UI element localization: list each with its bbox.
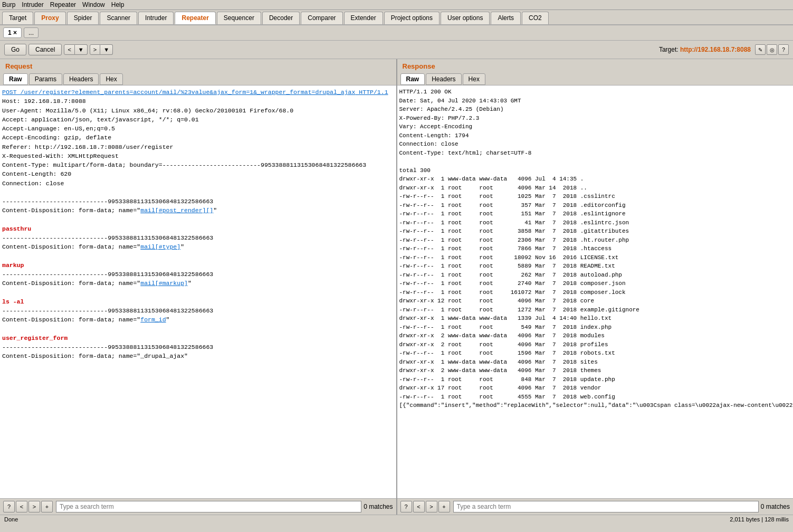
tab-extender[interactable]: Extender: [344, 12, 383, 24]
request-search-bar: ? < > + 0 matches: [0, 498, 396, 515]
tab-decoder[interactable]: Decoder: [262, 12, 300, 24]
nav-forward-down-button[interactable]: ▼: [100, 44, 113, 55]
request-search-next[interactable]: >: [28, 501, 40, 512]
main-tabbar: Target Proxy Spider Scanner Intruder Rep…: [0, 10, 793, 25]
request-search-input[interactable]: [56, 501, 361, 512]
tab-alerts[interactable]: Alerts: [491, 12, 521, 24]
menu-burp[interactable]: Burp: [2, 1, 15, 8]
request-passthru: passthru: [2, 225, 31, 232]
status-text: Done: [4, 516, 18, 522]
response-panel-tabs: Raw Headers Hex: [397, 72, 794, 86]
response-search-input[interactable]: [453, 501, 759, 512]
request-mail-markup: mail[#markup]: [140, 280, 188, 287]
toolbar-icons: ✎ ◎ ?: [754, 44, 789, 55]
tab-project-options[interactable]: Project options: [384, 12, 440, 24]
request-line-1: POST /user/register?element_parents=acco…: [2, 89, 388, 96]
request-panel-title: Request: [0, 59, 396, 72]
request-mail-type: mail[#type]: [140, 243, 180, 250]
response-search-matches: 0 matches: [761, 503, 790, 510]
request-search-plus[interactable]: +: [41, 501, 53, 512]
tab-target[interactable]: Target: [2, 12, 33, 24]
subtab-1[interactable]: 1 ×: [3, 27, 22, 38]
subtab-dots[interactable]: ...: [24, 27, 39, 38]
response-text: HTTP/1.1 200 OK Date: Sat, 04 Jul 2020 1…: [399, 88, 791, 410]
nav-back-down-button[interactable]: ▼: [75, 44, 88, 55]
request-search-prev[interactable]: <: [16, 501, 27, 512]
response-search-plus[interactable]: +: [438, 501, 450, 512]
tab-scanner[interactable]: Scanner: [100, 12, 137, 24]
menu-help[interactable]: Help: [111, 1, 125, 8]
menubar: Burp Intruder Repeater Window Help: [0, 0, 793, 10]
statusbar: Done 2,011 bytes | 128 millis: [0, 515, 793, 524]
tab-repeater[interactable]: Repeater: [175, 12, 215, 24]
request-form-id: form_id: [140, 316, 166, 323]
tab-proxy[interactable]: Proxy: [34, 12, 65, 24]
response-tab-hex[interactable]: Hex: [463, 73, 485, 85]
response-tab-raw[interactable]: Raw: [400, 73, 425, 85]
main-split: Request Raw Params Headers Hex POST /use…: [0, 59, 793, 515]
help-icon[interactable]: ?: [778, 44, 789, 55]
request-tab-headers[interactable]: Headers: [63, 73, 99, 85]
request-search-help[interactable]: ?: [3, 501, 15, 512]
tab-sequencer[interactable]: Sequencer: [217, 12, 261, 24]
menu-window[interactable]: Window: [82, 1, 105, 8]
request-panel-tabs: Raw Params Headers Hex: [0, 72, 396, 86]
status-info: 2,011 bytes | 128 millis: [730, 516, 789, 522]
request-search-matches: 0 matches: [364, 503, 393, 510]
edit-icon[interactable]: ✎: [755, 44, 766, 55]
request-text: POST /user/register?element_parents=acco…: [2, 88, 394, 361]
request-markup: markup: [2, 262, 24, 269]
nav-back-button[interactable]: <: [64, 44, 74, 55]
request-ls-al: ls -al: [2, 298, 24, 305]
response-panel: Response Raw Headers Hex HTTP/1.1 200 OK…: [397, 59, 794, 515]
nav-forward-group: > ▼: [90, 44, 113, 55]
tab-co2[interactable]: CO2: [522, 12, 549, 24]
toolbar: Go Cancel < ▼ > ▼ Target: http://192.168…: [0, 41, 793, 59]
target-label: Target: http://192.168.18.7:8088: [659, 46, 751, 53]
go-button[interactable]: Go: [4, 44, 26, 55]
request-mail-post-render: mail[#post_render][]: [140, 207, 213, 214]
request-panel: Request Raw Params Headers Hex POST /use…: [0, 59, 397, 515]
response-content[interactable]: HTTP/1.1 200 OK Date: Sat, 04 Jul 2020 1…: [397, 86, 794, 498]
request-content[interactable]: POST /user/register?element_parents=acco…: [0, 86, 396, 498]
response-search-bar: ? < > + 0 matches: [397, 498, 794, 515]
request-tab-raw[interactable]: Raw: [3, 73, 28, 85]
nav-back-group: < ▼: [64, 44, 87, 55]
request-form-id-val: user_register_form: [2, 335, 68, 341]
menu-repeater[interactable]: Repeater: [50, 1, 76, 8]
response-search-help[interactable]: ?: [400, 501, 412, 512]
subtabbar: 1 × ...: [0, 25, 793, 41]
tab-spider[interactable]: Spider: [67, 12, 99, 24]
response-tab-headers[interactable]: Headers: [426, 73, 461, 85]
tab-comparer[interactable]: Comparer: [301, 12, 342, 24]
target-url: http://192.168.18.7:8088: [680, 46, 751, 53]
response-panel-title: Response: [397, 59, 794, 72]
tab-intruder[interactable]: Intruder: [138, 12, 174, 24]
request-tab-params[interactable]: Params: [29, 73, 62, 85]
tab-user-options[interactable]: User options: [441, 12, 490, 24]
cancel-button[interactable]: Cancel: [28, 44, 62, 55]
target-icon[interactable]: ◎: [767, 44, 777, 55]
request-tab-hex[interactable]: Hex: [100, 73, 122, 85]
response-search-prev[interactable]: <: [413, 501, 425, 512]
menu-intruder[interactable]: Intruder: [22, 1, 43, 8]
nav-forward-button[interactable]: >: [90, 44, 100, 55]
response-search-next[interactable]: >: [426, 501, 437, 512]
